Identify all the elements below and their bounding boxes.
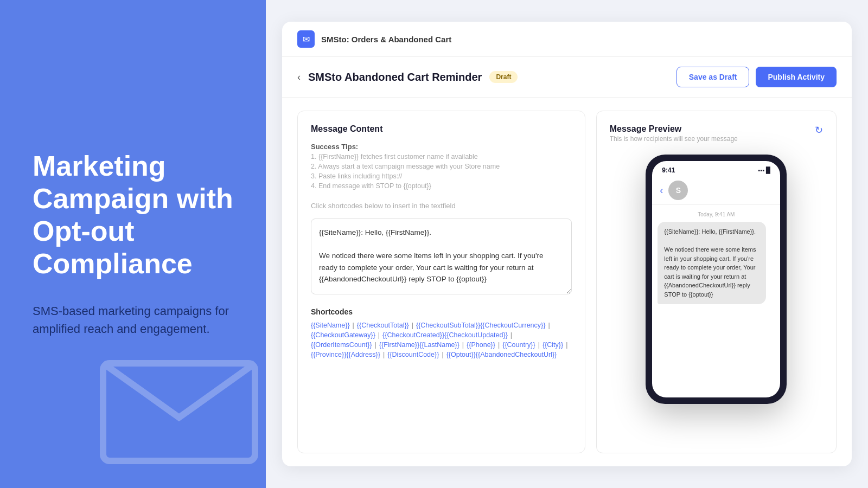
page-header-left: ‹ SMSto Abandoned Cart Reminder Draft <box>297 71 518 84</box>
preview-header: Message Preview This is how recipients w… <box>610 124 823 143</box>
shortcodes-list: {{SiteName}} | {{CheckoutTotal}} | {{Che… <box>311 322 572 358</box>
page-title: SMSto Abandoned Cart Reminder <box>308 71 482 84</box>
shortcode-province[interactable]: {{Province}} <box>311 351 346 358</box>
shortcode-checkoutcurrency[interactable]: {{CheckoutCurrency}} <box>480 322 545 329</box>
success-tips-label: Success Tips: <box>311 143 572 151</box>
preview-header-text: Message Preview This is how recipients w… <box>610 124 738 143</box>
tip-1: 1. {{FirstName}} fetches first customer … <box>311 153 572 160</box>
shortcode-optout[interactable]: {{Optout}} <box>446 351 476 358</box>
hero-subtext: SMS-based marketing campaigns for amplif… <box>33 302 233 338</box>
message-content-title: Message Content <box>311 124 572 134</box>
avatar: S <box>668 181 688 200</box>
app-header: ✉ SMSto: Orders & Abandoned Cart <box>282 22 852 57</box>
phone-mockup: 9:41 ▪▪▪ ▉ ‹ S Today, 9:41 AM {{SiteName… <box>646 155 787 404</box>
shortcodes-title: Shortcodes <box>311 307 572 316</box>
sms-bubble: {{SiteName}}: Hello, {{FirstName}}. We n… <box>658 222 766 304</box>
shortcode-sitename[interactable]: {{SiteName}} <box>311 322 350 329</box>
tips-list: 1. {{FirstName}} fetches first customer … <box>311 153 572 190</box>
success-tips-section: Success Tips: 1. {{FirstName}} fetches f… <box>311 143 572 190</box>
main-card: ✉ SMSto: Orders & Abandoned Cart ‹ SMSto… <box>282 22 852 466</box>
right-panel: ✉ SMSto: Orders & Abandoned Cart ‹ SMSto… <box>266 0 868 488</box>
shortcode-firstname[interactable]: {{FirstName}} <box>379 341 419 349</box>
app-icon: ✉ <box>297 30 315 48</box>
phone-status-bar: 9:41 ▪▪▪ ▉ <box>652 161 780 176</box>
shortcode-city[interactable]: {{City}} <box>542 341 563 349</box>
back-button[interactable]: ‹ <box>297 72 301 83</box>
envelope-watermark <box>98 347 260 466</box>
tip-3: 3. Paste links including https:// <box>311 172 572 180</box>
sms-body: Today, 9:41 AM {{SiteName}}: Hello, {{Fi… <box>652 205 780 397</box>
shortcode-checkoutcreated[interactable]: {{CheckoutCreated}} <box>382 331 444 339</box>
save-draft-button[interactable]: Save as Draft <box>676 67 750 87</box>
sms-header: ‹ S <box>652 176 780 205</box>
hero-headline: Marketing Campaign with Opt-out Complian… <box>33 150 233 280</box>
shortcode-checkoutsubtotal[interactable]: {{CheckoutSubTotal}} <box>416 322 480 329</box>
preview-subtitle: This is how recipients will see your mes… <box>610 135 738 143</box>
left-panel: Marketing Campaign with Opt-out Complian… <box>0 0 266 488</box>
page-header-right: Save as Draft Publish Activity <box>676 67 837 87</box>
page-header: ‹ SMSto Abandoned Cart Reminder Draft Sa… <box>282 57 852 98</box>
content-area: Message Content Success Tips: 1. {{First… <box>282 98 852 466</box>
sms-timestamp: Today, 9:41 AM <box>658 211 775 217</box>
shortcode-country[interactable]: {{Country}} <box>502 341 535 349</box>
mail-icon: ✉ <box>303 34 310 44</box>
shortcode-abandonedcheckouturl[interactable]: {{AbandonedCheckoutUrl}} <box>476 351 557 358</box>
preview-title: Message Preview <box>610 124 738 134</box>
app-title: SMSto: Orders & Abandoned Cart <box>321 35 451 44</box>
phone-time: 9:41 <box>662 166 675 174</box>
shortcode-discountcode[interactable]: {{DiscountCode}} <box>387 351 439 358</box>
shortcode-hint: Click shortcodes below to insert in the … <box>311 202 572 210</box>
shortcode-orderitemscount[interactable]: {{OrderItemsCount}} <box>311 341 372 349</box>
sms-back-arrow: ‹ <box>660 185 663 196</box>
draft-badge: Draft <box>489 71 518 83</box>
shortcode-lastname[interactable]: {{LastName}} <box>419 341 459 349</box>
shortcode-address[interactable]: {{Address}} <box>346 351 380 358</box>
refresh-button[interactable]: ↻ <box>815 124 823 136</box>
shortcode-checkouttotal[interactable]: {{CheckoutTotal}} <box>357 322 409 329</box>
tip-4: 4. End message with STOP to {{optout}} <box>311 182 572 190</box>
phone-screen: 9:41 ▪▪▪ ▉ ‹ S Today, 9:41 AM {{SiteName… <box>652 161 780 397</box>
phone-signal-icons: ▪▪▪ ▉ <box>758 167 771 174</box>
shortcode-checkoutgateway[interactable]: {{CheckoutGateway}} <box>311 331 375 339</box>
shortcode-checkoutupdated[interactable]: {{CheckoutUpdated}} <box>444 331 508 339</box>
tip-2: 2. Always start a text campaign message … <box>311 163 572 170</box>
shortcodes-section: Shortcodes {{SiteName}} | {{CheckoutTota… <box>311 307 572 358</box>
message-preview-panel: Message Preview This is how recipients w… <box>596 111 837 453</box>
publish-button[interactable]: Publish Activity <box>756 67 837 87</box>
message-content-panel: Message Content Success Tips: 1. {{First… <box>297 111 585 453</box>
shortcode-phone[interactable]: {{Phone}} <box>467 341 495 349</box>
message-textarea[interactable]: {{SiteName}}: Hello, {{FirstName}}. We n… <box>311 219 572 294</box>
